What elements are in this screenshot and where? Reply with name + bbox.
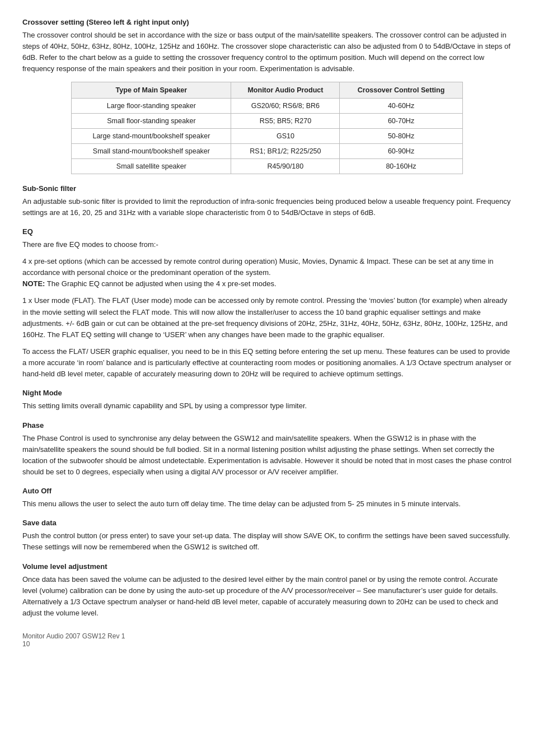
subsonic-body: An adjustable sub-sonic filter is provid… bbox=[22, 196, 512, 218]
eq-body2: 4 x pre-set options (which can be access… bbox=[22, 256, 512, 290]
table-cell-product: RS1; BR1/2; R225/250 bbox=[231, 143, 340, 158]
eq-body1: There are five EQ modes to choose from:- bbox=[22, 239, 512, 250]
nightmode-title: Night Mode bbox=[22, 389, 512, 397]
eq-note-label: NOTE: bbox=[22, 279, 45, 288]
savedata-section: Save data Push the control button (or pr… bbox=[22, 519, 512, 553]
table-cell-product: RS5; BR5; R270 bbox=[231, 113, 340, 128]
footer-line1: Monitor Audio 2007 GSW12 Rev 1 bbox=[22, 632, 512, 640]
table-cell-setting: 60-70Hz bbox=[340, 113, 462, 128]
volume-title: Volume level adjustment bbox=[22, 562, 512, 571]
table-row: Small floor-standing speakerRS5; BR5; R2… bbox=[72, 113, 462, 128]
table-cell-type: Large floor-standing speaker bbox=[72, 98, 231, 113]
crossover-section: Crossover setting (Stereo left & right i… bbox=[22, 18, 512, 174]
eq-title: EQ bbox=[22, 227, 512, 236]
crossover-table: Type of Main Speaker Monitor Audio Produ… bbox=[71, 82, 462, 174]
autooff-body: This menu allows the user to select the … bbox=[22, 498, 512, 510]
crossover-title: Crossover setting (Stereo left & right i… bbox=[22, 18, 512, 26]
table-cell-setting: 80-160Hz bbox=[340, 158, 462, 174]
volume-section: Volume level adjustment Once data has be… bbox=[22, 562, 512, 619]
table-row: Small stand-mount/bookshelf speakerRS1; … bbox=[72, 143, 462, 158]
eq-note-text: The Graphic EQ cannot be adjusted when u… bbox=[45, 279, 276, 288]
volume-body: Once data has been saved the volume can … bbox=[22, 574, 512, 619]
table-cell-product: R45/90/180 bbox=[231, 158, 340, 174]
subsonic-section: Sub-Sonic filter An adjustable sub-sonic… bbox=[22, 184, 512, 218]
phase-section: Phase The Phase Control is used to synch… bbox=[22, 421, 512, 478]
table-header-setting: Crossover Control Setting bbox=[340, 82, 462, 98]
eq-body2-text: 4 x pre-set options (which can be access… bbox=[22, 257, 494, 277]
subsonic-title: Sub-Sonic filter bbox=[22, 184, 512, 193]
savedata-title: Save data bbox=[22, 519, 512, 527]
table-cell-product: GS10 bbox=[231, 128, 340, 143]
crossover-body: The crossover control should be set in a… bbox=[22, 30, 512, 75]
footer: Monitor Audio 2007 GSW12 Rev 1 10 bbox=[22, 632, 512, 648]
table-cell-type: Small stand-mount/bookshelf speaker bbox=[72, 143, 231, 158]
table-row: Small satellite speakerR45/90/18080-160H… bbox=[72, 158, 462, 174]
table-row: Large floor-standing speakerGS20/60; RS6… bbox=[72, 98, 462, 113]
table-header-product: Monitor Audio Product bbox=[231, 82, 340, 98]
table-cell-setting: 60-90Hz bbox=[340, 143, 462, 158]
table-cell-type: Small satellite speaker bbox=[72, 158, 231, 174]
table-header-type: Type of Main Speaker bbox=[72, 82, 231, 98]
table-row: Large stand-mount/bookshelf speakerGS105… bbox=[72, 128, 462, 143]
eq-body3: 1 x User mode (FLAT). The FLAT (User mod… bbox=[22, 295, 512, 340]
table-cell-type: Small floor-standing speaker bbox=[72, 113, 231, 128]
nightmode-body: This setting limits overall dynamic capa… bbox=[22, 400, 512, 412]
phase-title: Phase bbox=[22, 421, 512, 430]
footer-line2: 10 bbox=[22, 640, 512, 648]
autooff-section: Auto Off This menu allows the user to se… bbox=[22, 487, 512, 510]
savedata-body: Push the control button (or press enter)… bbox=[22, 530, 512, 553]
eq-section: EQ There are five EQ modes to choose fro… bbox=[22, 227, 512, 380]
phase-body: The Phase Control is used to synchronise… bbox=[22, 433, 512, 478]
autooff-title: Auto Off bbox=[22, 487, 512, 495]
table-cell-setting: 50-80Hz bbox=[340, 128, 462, 143]
table-cell-type: Large stand-mount/bookshelf speaker bbox=[72, 128, 231, 143]
eq-body4: To access the FLAT/ USER graphic equalis… bbox=[22, 346, 512, 380]
nightmode-section: Night Mode This setting limits overall d… bbox=[22, 389, 512, 412]
table-cell-product: GS20/60; RS6/8; BR6 bbox=[231, 98, 340, 113]
table-cell-setting: 40-60Hz bbox=[340, 98, 462, 113]
